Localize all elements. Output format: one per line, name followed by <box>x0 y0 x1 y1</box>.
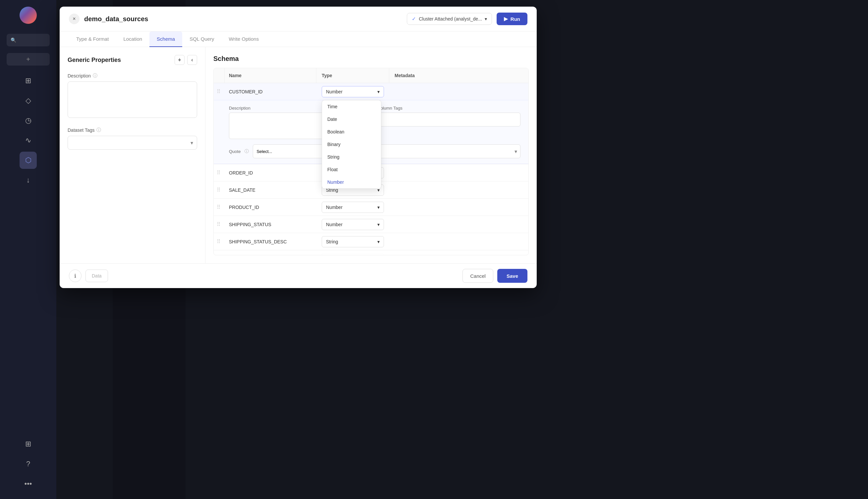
info-button[interactable]: ℹ <box>69 269 82 282</box>
col-header-type: Type <box>316 68 389 83</box>
main-dialog: × demo_data_sources ✓ Cluster Attached (… <box>60 7 537 288</box>
shipping-status-meta <box>389 222 528 227</box>
collapse-panel-button[interactable]: ‹ <box>187 55 197 65</box>
drag-handle-icon[interactable]: ⠿ <box>214 187 224 193</box>
sidebar-item-grid[interactable]: ⊞ <box>20 435 37 453</box>
sidebar-item-clock[interactable]: ◷ <box>20 112 37 129</box>
app-logo <box>20 7 37 24</box>
sale-date-name: SALE_DATE <box>224 183 316 197</box>
shipping-status-name: SHIPPING_STATUS <box>224 217 316 232</box>
description-label: Description ⓘ <box>68 73 197 79</box>
drag-handle-icon[interactable]: ⠿ <box>214 221 224 228</box>
cluster-label: Cluster Attached (analyst_de... <box>419 16 482 22</box>
sidebar-item-more[interactable]: ••• <box>20 475 37 492</box>
dialog-title-area: × demo_data_sources <box>69 14 148 24</box>
type-chevron-icon: ▾ <box>377 222 380 227</box>
tab-schema[interactable]: Schema <box>149 32 182 47</box>
product-id-type-cell: Number ▾ <box>316 199 389 216</box>
table-row: ⠿ CUSTOMER_ID Number ▾ Time Dat <box>214 83 528 164</box>
description-info-icon: ⓘ <box>93 73 97 79</box>
type-option-number[interactable]: Number <box>322 176 381 188</box>
close-button[interactable]: × <box>69 14 80 24</box>
customer-id-type-cell: Number ▾ Time Date Boolean Binary String <box>316 83 389 100</box>
schema-table: Name Type Metadata ⠿ CUSTOMER_ID Number <box>213 68 529 255</box>
sidebar: 🔍 + ⊞ ◇ ◷ ∿ ⬡ ↓ ⊞ ? ••• <box>0 0 56 499</box>
drag-handle-icon[interactable]: ⠿ <box>214 88 224 95</box>
type-option-binary[interactable]: Binary <box>322 138 381 151</box>
expanded-column-tags-label: Column Tags <box>377 106 520 111</box>
cluster-check-icon: ✓ <box>412 16 416 22</box>
customer-id-row: ⠿ CUSTOMER_ID Number ▾ Time Dat <box>214 83 528 100</box>
generic-properties-panel: Generic Properties + ‹ Description ⓘ Dat… <box>60 47 205 263</box>
quote-select[interactable]: Select... <box>253 144 520 158</box>
info-icon: ℹ <box>74 273 76 279</box>
drag-handle-icon[interactable]: ⠿ <box>214 239 224 245</box>
schema-table-header: Name Type Metadata <box>214 68 528 83</box>
sidebar-item-help[interactable]: ? <box>20 455 37 473</box>
dialog-tabs: Type & Format Location Schema SQL Query … <box>60 32 537 47</box>
dialog-footer: ℹ Data Cancel Save <box>60 263 537 288</box>
type-option-boolean[interactable]: Boolean <box>322 125 381 138</box>
sidebar-search[interactable]: 🔍 <box>7 34 50 46</box>
table-row: ⠿ ▾ <box>214 250 528 255</box>
dataset-tags-info-icon: ⓘ <box>96 127 101 133</box>
run-button[interactable]: ▶ Run <box>497 13 528 25</box>
order-id-meta <box>389 170 528 175</box>
type-option-time[interactable]: Time <box>322 100 381 113</box>
search-input-placeholder: 🔍 <box>11 37 16 43</box>
description-section: Description ⓘ <box>68 73 197 119</box>
cancel-button[interactable]: Cancel <box>462 269 493 283</box>
type-option-date[interactable]: Date <box>322 113 381 125</box>
table-row: ⠿ PRODUCT_ID Number ▾ <box>214 199 528 216</box>
add-property-button[interactable]: + <box>174 55 184 65</box>
type-option-float[interactable]: Float <box>322 163 381 176</box>
sidebar-bottom: ⊞ ? ••• <box>20 435 37 492</box>
expanded-column-tags-input[interactable] <box>377 112 520 126</box>
type-dropdown: Time Date Boolean Binary String Float Nu… <box>322 100 381 189</box>
quote-info-icon: ⓘ <box>244 148 249 154</box>
sidebar-item-nodes[interactable]: ⬡ <box>20 152 37 169</box>
footer-right: Cancel Save <box>462 269 528 283</box>
dialog-header-right: ✓ Cluster Attached (analyst_de... ▾ ▶ Ru… <box>407 13 528 25</box>
dialog-body: Generic Properties + ‹ Description ⓘ Dat… <box>60 47 537 263</box>
more-type-select[interactable]: ▾ <box>322 253 384 255</box>
tab-sql-query[interactable]: SQL Query <box>182 32 221 47</box>
data-button[interactable]: Data <box>85 269 108 282</box>
shipping-status-desc-type-cell: String ▾ <box>316 233 389 250</box>
drag-handle-icon[interactable]: ⠿ <box>214 170 224 176</box>
drag-handle-icon[interactable]: ⠿ <box>214 204 224 210</box>
shipping-status-desc-meta <box>389 239 528 244</box>
shipping-status-desc-type-select[interactable]: String ▾ <box>322 236 384 247</box>
sidebar-item-bookmark[interactable]: ◇ <box>20 92 37 109</box>
shipping-status-type-select[interactable]: Number ▾ <box>322 219 384 230</box>
save-button[interactable]: Save <box>497 269 528 283</box>
product-id-type-select[interactable]: Number ▾ <box>322 202 384 213</box>
sidebar-item-home[interactable]: ⊞ <box>20 72 37 89</box>
dataset-tags-label: Dataset Tags ⓘ <box>68 127 197 133</box>
col-header-drag <box>214 68 225 83</box>
add-button[interactable]: + <box>7 53 50 65</box>
dataset-tags-select-wrapper: ▾ <box>68 136 197 150</box>
shipping-status-desc-name: SHIPPING_STATUS_DESC <box>224 234 316 249</box>
col-header-metadata: Metadata <box>389 68 528 83</box>
customer-id-name: CUSTOMER_ID <box>224 84 316 99</box>
cluster-badge[interactable]: ✓ Cluster Attached (analyst_de... ▾ <box>407 13 492 25</box>
type-option-string[interactable]: String <box>322 151 381 163</box>
generic-properties-title: Generic Properties + ‹ <box>68 55 197 65</box>
dataset-tags-section: Dataset Tags ⓘ ▾ <box>68 127 197 150</box>
generic-properties-actions: + ‹ <box>174 55 197 65</box>
tab-write-options[interactable]: Write Options <box>222 32 266 47</box>
sidebar-nav: ⊞ ◇ ◷ ∿ ⬡ ↓ <box>20 72 37 189</box>
dataset-tags-select[interactable] <box>68 136 197 150</box>
shipping-status-type-cell: Number ▾ <box>316 216 389 233</box>
tab-location[interactable]: Location <box>116 32 149 47</box>
sale-date-meta <box>389 187 528 193</box>
run-label: Run <box>510 16 520 22</box>
customer-id-type-select[interactable]: Number ▾ <box>322 86 384 97</box>
sidebar-item-analytics[interactable]: ∿ <box>20 132 37 149</box>
sidebar-item-download[interactable]: ↓ <box>20 171 37 189</box>
description-textarea[interactable] <box>68 82 197 118</box>
col-header-name: Name <box>224 68 316 83</box>
tab-type-format[interactable]: Type & Format <box>69 32 116 47</box>
cluster-chevron-icon: ▾ <box>485 16 487 22</box>
